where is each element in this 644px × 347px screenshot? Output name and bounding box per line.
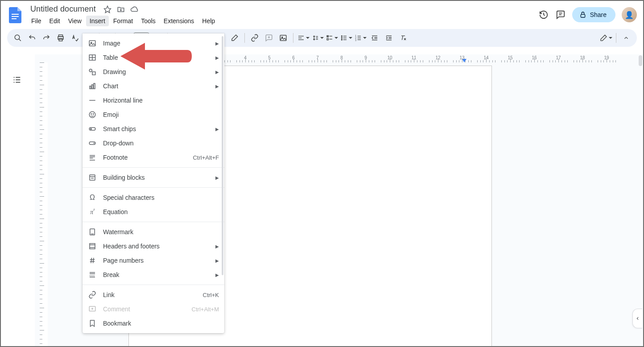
table-icon: [88, 53, 97, 62]
svg-line-86: [93, 258, 94, 263]
align-dropdown[interactable]: [297, 32, 310, 44]
menu-insert[interactable]: Insert: [86, 16, 109, 26]
menu-view[interactable]: View: [65, 16, 85, 26]
search-menus-icon[interactable]: [12, 32, 24, 44]
collapse-toolbar-icon[interactable]: [620, 32, 632, 44]
menu-item-building-blocks[interactable]: Building blocks▶: [83, 170, 224, 185]
submenu-arrow-icon: ▶: [215, 127, 219, 132]
svg-point-67: [93, 114, 94, 115]
menu-item-label: Smart chips: [103, 125, 209, 132]
header-right: Share 👤: [538, 7, 637, 22]
menu-item-label: Watermark: [103, 228, 219, 235]
indent-increase-icon[interactable]: [383, 32, 395, 44]
comments-icon[interactable]: [555, 9, 566, 20]
dropdown-icon: [88, 139, 97, 148]
menu-item-comment: CommentCtrl+Alt+M: [83, 302, 224, 316]
add-comment-icon[interactable]: [263, 32, 275, 44]
move-icon[interactable]: [116, 5, 125, 14]
history-icon[interactable]: [538, 9, 549, 20]
menu-item-drop-down[interactable]: Drop-down: [83, 136, 224, 150]
menu-edit[interactable]: Edit: [46, 16, 64, 26]
side-panel-toggle[interactable]: [632, 309, 642, 328]
svg-rect-75: [90, 175, 95, 180]
submenu-arrow-icon: ▶: [215, 55, 219, 60]
spellcheck-icon[interactable]: [69, 32, 81, 44]
image-icon: [88, 39, 97, 48]
hr-icon: [88, 96, 97, 105]
outline-toggle-icon[interactable]: [12, 75, 24, 87]
clear-formatting-icon[interactable]: [397, 32, 409, 44]
menu-item-label: Horizontal line: [103, 97, 219, 104]
menu-item-footnote[interactable]: FootnoteCtrl+Alt+F: [83, 150, 224, 165]
menu-item-shortcut: Ctrl+K: [203, 292, 219, 298]
svg-rect-1: [12, 16, 19, 17]
menu-help[interactable]: Help: [198, 16, 219, 26]
menu-item-label: Footnote: [103, 154, 186, 161]
menu-item-headers-and-footers[interactable]: Headers and footers▶: [83, 239, 224, 253]
svg-point-59: [89, 69, 92, 72]
menu-item-drawing[interactable]: Drawing▶: [83, 65, 224, 79]
svg-rect-80: [90, 244, 95, 249]
vertical-ruler[interactable]: [40, 62, 48, 346]
menubar: FileEditViewInsertFormatToolsExtensionsH…: [28, 16, 534, 26]
print-icon[interactable]: [54, 32, 67, 44]
submenu-arrow-icon: ▶: [215, 258, 219, 263]
svg-rect-2: [12, 18, 17, 19]
menu-item-label: Break: [103, 271, 209, 278]
doc-title[interactable]: Untitled document: [28, 4, 99, 15]
menu-item-image[interactable]: Image▶: [83, 36, 224, 50]
undo-icon[interactable]: [26, 32, 38, 44]
omega-icon: Ω: [88, 193, 97, 202]
chips-icon: [88, 124, 97, 133]
bulleted-list-dropdown[interactable]: [340, 32, 352, 44]
menu-format[interactable]: Format: [110, 16, 136, 26]
submenu-arrow-icon: ▶: [215, 41, 219, 46]
cloud-status-icon[interactable]: [130, 5, 139, 14]
checklist-dropdown[interactable]: [326, 32, 338, 44]
menu-extensions[interactable]: Extensions: [160, 16, 198, 26]
menu-file[interactable]: File: [28, 16, 45, 26]
star-icon[interactable]: [103, 5, 112, 14]
menu-item-label: Drop-down: [103, 140, 219, 147]
menu-item-special-characters[interactable]: ΩSpecial characters: [83, 190, 224, 205]
watermark-icon: [88, 227, 97, 236]
menu-item-equation[interactable]: π²Equation: [83, 205, 224, 219]
menu-item-label: Headers and footers: [103, 243, 209, 250]
menu-scrollbar[interactable]: [222, 36, 223, 275]
menu-item-watermark[interactable]: Watermark: [83, 225, 224, 239]
menu-item-page-numbers[interactable]: Page numbers▶: [83, 253, 224, 268]
submenu-arrow-icon: ▶: [215, 84, 219, 89]
menu-item-table[interactable]: Table▶: [83, 50, 224, 65]
docs-logo[interactable]: [7, 7, 23, 23]
menu-tools[interactable]: Tools: [137, 16, 159, 26]
share-button[interactable]: Share: [572, 7, 615, 22]
headers-icon: [88, 242, 97, 251]
svg-point-29: [341, 37, 342, 38]
menu-item-smart-chips[interactable]: Smart chips▶: [83, 122, 224, 136]
redo-icon[interactable]: [40, 32, 53, 44]
numbered-list-dropdown[interactable]: 123: [354, 32, 367, 44]
insert-link-icon[interactable]: [248, 32, 261, 44]
menu-item-break[interactable]: Break▶: [83, 268, 224, 282]
highlight-icon[interactable]: [228, 32, 241, 44]
window-scrollbar[interactable]: [639, 55, 642, 66]
menu-item-label: Building blocks: [103, 174, 209, 181]
menu-item-label: Special characters: [103, 194, 219, 201]
title-area: Untitled document FileEditViewInsertForm…: [28, 4, 534, 26]
menu-item-chart[interactable]: Chart▶: [83, 79, 224, 93]
menu-item-label: Chart: [103, 83, 209, 90]
menu-item-bookmark[interactable]: Bookmark: [83, 316, 224, 330]
menu-item-emoji[interactable]: Emoji: [83, 107, 224, 122]
blocks-icon: [88, 173, 97, 182]
chart-icon: [88, 82, 97, 91]
line-spacing-dropdown[interactable]: [311, 32, 324, 44]
menu-item-link[interactable]: LinkCtrl+K: [83, 288, 224, 302]
menu-item-label: Table: [103, 54, 209, 61]
svg-line-7: [19, 39, 21, 41]
menu-item-horizontal-line[interactable]: Horizontal line: [83, 93, 224, 107]
insert-image-icon[interactable]: [277, 32, 289, 44]
lock-icon: [579, 11, 586, 18]
editing-mode-dropdown[interactable]: [600, 32, 612, 44]
avatar[interactable]: 👤: [622, 7, 637, 22]
indent-decrease-icon[interactable]: [368, 32, 381, 44]
